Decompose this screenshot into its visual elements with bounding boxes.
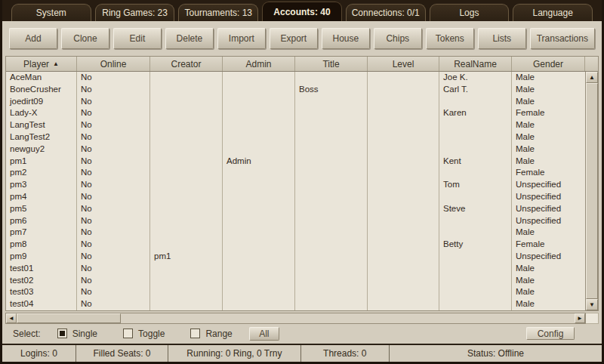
table-cell[interactable]: Male — [512, 298, 585, 310]
table-cell[interactable] — [223, 179, 294, 191]
table-cell[interactable]: BoneCrusher — [6, 84, 76, 96]
table-cell[interactable] — [150, 203, 222, 215]
table-cell[interactable] — [295, 215, 367, 227]
table-cell[interactable] — [368, 84, 439, 96]
table-cell[interactable] — [439, 227, 511, 239]
scroll-up-icon[interactable]: ▲ — [586, 72, 598, 83]
table-cell[interactable]: No — [77, 119, 149, 131]
tab-logs[interactable]: Logs — [430, 4, 510, 21]
table-cell[interactable] — [223, 298, 294, 310]
table-cell[interactable] — [368, 251, 439, 263]
table-cell[interactable]: No — [77, 227, 149, 239]
table-cell[interactable] — [368, 286, 439, 298]
table-cell[interactable] — [439, 167, 511, 179]
table-cell[interactable] — [295, 143, 367, 156]
table-cell[interactable] — [223, 72, 294, 84]
table-cell[interactable] — [295, 107, 367, 119]
table-cell[interactable] — [439, 251, 511, 263]
table-cell[interactable] — [439, 191, 511, 203]
table-cell[interactable]: joedirt09 — [6, 96, 76, 108]
scroll-right-icon[interactable]: ► — [575, 313, 585, 323]
table-cell[interactable]: No — [77, 203, 149, 215]
vertical-scrollbar[interactable]: ▲ ▼ — [585, 72, 598, 310]
table-cell[interactable] — [150, 84, 222, 96]
table-cell[interactable]: No — [77, 298, 149, 310]
table-cell[interactable]: Boss — [295, 84, 367, 96]
table-cell[interactable] — [295, 275, 367, 287]
column-header-player[interactable]: Player▲ — [6, 57, 77, 71]
table-cell[interactable]: pm5 — [6, 203, 76, 215]
table-cell[interactable]: Admin — [223, 156, 294, 168]
table-cell[interactable]: No — [77, 275, 149, 287]
table-cell[interactable]: pm8 — [6, 239, 76, 251]
table-cell[interactable] — [439, 263, 511, 275]
table-cell[interactable]: No — [77, 215, 149, 227]
table-cell[interactable]: Unspecified — [512, 215, 585, 227]
table-cell[interactable] — [368, 239, 439, 251]
tab-accounts-40[interactable]: Accounts: 40 — [262, 2, 342, 21]
table-cell[interactable] — [295, 251, 367, 263]
table-cell[interactable]: pm2 — [6, 167, 76, 179]
table-cell[interactable] — [368, 72, 439, 84]
tab-language[interactable]: Language — [513, 4, 593, 21]
house-button[interactable]: House — [322, 28, 370, 49]
table-cell[interactable]: Karen — [439, 107, 511, 119]
select-mode-toggle[interactable]: Toggle — [123, 329, 165, 339]
table-cell[interactable] — [223, 286, 294, 298]
table-cell[interactable] — [223, 203, 294, 215]
table-cell[interactable]: Female — [512, 239, 585, 251]
table-cell[interactable]: pm9 — [6, 251, 76, 263]
table-cell[interactable]: Male — [512, 96, 585, 108]
table-cell[interactable] — [295, 167, 367, 179]
table-cell[interactable] — [295, 286, 367, 298]
table-cell[interactable] — [368, 167, 439, 179]
table-cell[interactable]: pm4 — [6, 191, 76, 203]
checkbox-single[interactable] — [57, 329, 67, 338]
table-cell[interactable]: test04 — [6, 298, 76, 310]
table-cell[interactable] — [150, 156, 222, 168]
table-cell[interactable] — [295, 131, 367, 143]
table-cell[interactable]: No — [77, 191, 149, 203]
column-header-realname[interactable]: RealName — [439, 57, 512, 71]
table-cell[interactable]: LangTest2 — [6, 131, 76, 143]
table-cell[interactable]: No — [77, 167, 149, 179]
table-cell[interactable]: newguy2 — [6, 143, 76, 156]
lists-button[interactable]: Lists — [478, 28, 526, 49]
table-cell[interactable] — [368, 119, 439, 131]
table-cell[interactable]: Steve — [439, 203, 511, 215]
chips-button[interactable]: Chips — [374, 28, 422, 49]
tab-tournaments-13[interactable]: Tournaments: 13 — [178, 4, 258, 21]
table-cell[interactable] — [150, 275, 222, 287]
table-cell[interactable] — [439, 215, 511, 227]
horizontal-scrollbar[interactable]: ◄ ► — [5, 313, 586, 324]
select-mode-single[interactable]: Single — [57, 329, 97, 339]
table-cell[interactable]: Lady-X — [6, 107, 76, 119]
table-cell[interactable] — [150, 191, 222, 203]
table-cell[interactable]: No — [77, 286, 149, 298]
table-cell[interactable] — [223, 96, 294, 108]
table-cell[interactable] — [223, 263, 294, 275]
table-cell[interactable] — [223, 191, 294, 203]
table-cell[interactable]: No — [77, 131, 149, 143]
table-cell[interactable] — [223, 251, 294, 263]
table-cell[interactable] — [439, 143, 511, 156]
table-cell[interactable] — [223, 275, 294, 287]
table-cell[interactable] — [223, 239, 294, 251]
table-cell[interactable]: Male — [512, 227, 585, 239]
table-cell[interactable]: No — [77, 84, 149, 96]
table-cell[interactable]: No — [77, 156, 149, 168]
column-header-gender[interactable]: Gender — [512, 57, 585, 71]
table-cell[interactable] — [150, 179, 222, 191]
table-cell[interactable] — [439, 275, 511, 287]
table-cell[interactable]: Male — [512, 72, 585, 84]
table-cell[interactable]: Joe K. — [439, 72, 511, 84]
table-cell[interactable] — [368, 156, 439, 168]
table-cell[interactable]: pm6 — [6, 215, 76, 227]
table-cell[interactable]: Male — [512, 131, 585, 143]
table-cell[interactable] — [150, 131, 222, 143]
edit-button[interactable]: Edit — [113, 28, 162, 49]
table-cell[interactable] — [150, 215, 222, 227]
table-cell[interactable]: pm7 — [6, 227, 76, 239]
vertical-scroll-thumb[interactable] — [586, 83, 598, 299]
table-cell[interactable] — [295, 227, 367, 239]
